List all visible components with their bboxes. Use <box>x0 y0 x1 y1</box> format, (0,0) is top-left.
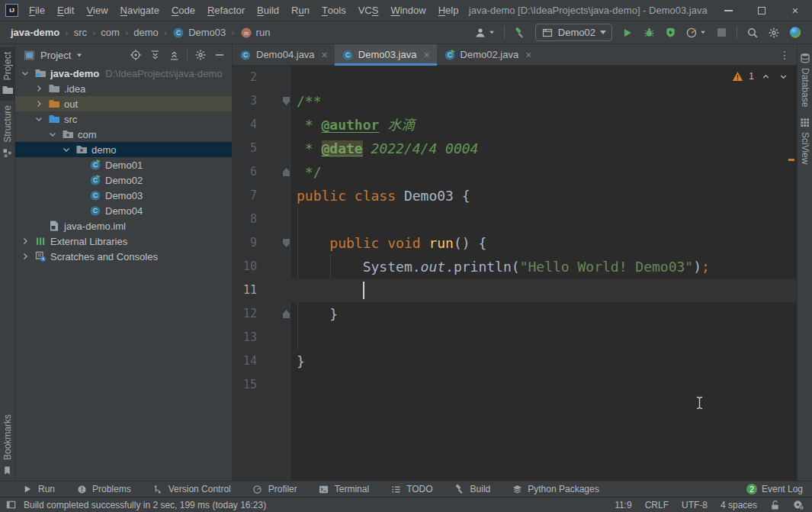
fold-marker-icon[interactable] <box>283 97 290 105</box>
toolwindow-button-todo[interactable]: TODO <box>390 483 432 495</box>
editor-tab-demo02-java[interactable]: CDemo02.java× <box>437 44 539 65</box>
menu-edit[interactable]: Edit <box>51 5 80 16</box>
tree-item-out[interactable]: out <box>15 96 232 111</box>
menu-code[interactable]: Code <box>165 5 201 16</box>
breadcrumb-item-src[interactable]: src <box>74 27 87 38</box>
menu-tools[interactable]: Tools <box>316 5 352 16</box>
tree-chevron-down-icon[interactable] <box>19 67 31 79</box>
tree-chevron-right-icon[interactable] <box>19 250 31 262</box>
user-menu-button[interactable] <box>474 27 495 39</box>
toolwindow-button-profiler[interactable]: Profiler <box>252 483 297 495</box>
run-configuration-select[interactable]: Demo02 <box>535 24 612 41</box>
tree-chevron-right-icon[interactable] <box>19 235 31 247</box>
tool-stripe-button-sciview[interactable]: SciView <box>798 111 812 169</box>
breadcrumb-item-run[interactable]: mrun <box>240 27 271 39</box>
tab-close-icon[interactable]: × <box>322 50 328 60</box>
fold-marker-icon[interactable] <box>283 310 290 318</box>
tree-chevron-right-icon[interactable] <box>33 98 45 110</box>
close-button[interactable]: × <box>778 0 812 21</box>
tool-stripe-button-database[interactable]: Database <box>798 47 812 111</box>
tool-stripe-button-structure[interactable]: Structure <box>0 101 14 163</box>
toolwindow-button-terminal[interactable]: Terminal <box>318 483 369 495</box>
coverage-button[interactable] <box>664 27 676 39</box>
minimize-button[interactable] <box>711 0 745 21</box>
caret-position[interactable]: 11:9 <box>615 500 631 510</box>
profiler-button[interactable] <box>685 27 706 39</box>
tree-item-demo02[interactable]: CDemo02 <box>15 172 232 188</box>
tree-item-demo01[interactable]: CDemo01 <box>15 157 232 172</box>
tool-stripe-button-project[interactable]: Project <box>0 47 14 101</box>
breadcrumb-item-java-demo[interactable]: java-demo <box>11 27 59 38</box>
inspections-widget[interactable]: 1 <box>732 70 789 82</box>
toolwindow-button-version-control[interactable]: Version Control <box>152 483 231 495</box>
warning-stripe-mark[interactable] <box>788 159 794 161</box>
toolwindow-toggle-icon[interactable] <box>6 500 16 510</box>
tree-chevron-down-icon[interactable] <box>60 143 72 156</box>
project-view-select[interactable]: Project <box>23 49 82 61</box>
tab-close-icon[interactable]: × <box>423 50 429 60</box>
code-line-10[interactable]: 10 System.out.println("Hello World! Demo… <box>233 255 797 279</box>
code-editor[interactable]: 23/**4 * @author 水滴5 * @date 2022/4/4 00… <box>233 66 797 481</box>
tool-stripe-button-bookmarks[interactable]: Bookmarks <box>0 410 14 481</box>
stop-button[interactable] <box>715 27 727 39</box>
code-line-3[interactable]: 3/** <box>233 89 797 113</box>
menu-help[interactable]: Help <box>432 5 465 16</box>
panel-settings-gear-button[interactable] <box>194 49 207 61</box>
toolwindow-button-run[interactable]: Run <box>21 483 55 495</box>
tree-chevron-right-icon[interactable] <box>33 82 45 95</box>
menu-build[interactable]: Build <box>251 5 285 16</box>
menu-vcs[interactable]: VCS <box>352 5 385 16</box>
colorful-sphere-icon[interactable] <box>789 27 801 39</box>
tree-item-com[interactable]: com <box>15 127 232 142</box>
toolwindow-button-python-packages[interactable]: Python Packages <box>511 483 599 495</box>
menu-window[interactable]: Window <box>384 5 432 16</box>
menu-navigate[interactable]: Navigate <box>114 5 165 16</box>
tree-item-java-demo[interactable]: java-demoD:\IdeaProjects\java-demo <box>15 66 232 81</box>
collapse-all-button[interactable] <box>168 49 180 61</box>
code-line-14[interactable]: 14} <box>233 349 797 373</box>
next-warning-chevron-down-icon[interactable] <box>777 70 789 82</box>
toolwindow-button-problems[interactable]: Problems <box>75 483 131 495</box>
tab-options-kebab-icon[interactable]: ⋮ <box>773 49 797 61</box>
settings-gear-button[interactable] <box>768 27 780 39</box>
tree-item-src[interactable]: src <box>15 111 232 127</box>
code-line-7[interactable]: 7public class Demo03 { <box>233 184 797 208</box>
line-separator[interactable]: CRLF <box>645 500 669 510</box>
hide-panel-button[interactable] <box>213 49 226 61</box>
menu-view[interactable]: View <box>80 5 114 16</box>
tree-item-external-libraries[interactable]: External Libraries <box>15 233 232 249</box>
prev-warning-chevron-up-icon[interactable] <box>759 70 772 82</box>
code-line-9[interactable]: 9 public void run() { <box>233 231 797 255</box>
toolwindow-button-build[interactable]: Build <box>454 483 491 495</box>
breadcrumb-item-com[interactable]: com <box>101 27 120 38</box>
tree-item-demo03[interactable]: CDemo03 <box>15 188 232 203</box>
editor-tab-demo03-java[interactable]: CDemo03.java× <box>335 44 437 65</box>
editor-tab-demo04-java[interactable]: CDemo04.java× <box>233 44 335 65</box>
tree-item-java-demo-iml[interactable]: java-demo.iml <box>15 218 232 233</box>
lock-icon[interactable] <box>770 500 780 510</box>
tree-item-demo04[interactable]: CDemo04 <box>15 203 232 218</box>
code-line-11[interactable]: 11 <box>233 279 797 302</box>
menu-refactor[interactable]: Refactor <box>201 5 251 16</box>
code-line-12[interactable]: 12 } <box>233 302 797 326</box>
tree-chevron-down-icon[interactable] <box>33 113 45 125</box>
tree-chevron-down-icon[interactable] <box>47 128 59 140</box>
search-everywhere-button[interactable] <box>746 27 759 39</box>
menu-run[interactable]: Run <box>285 5 316 16</box>
code-line-2[interactable]: 2 <box>233 66 797 89</box>
file-encoding[interactable]: UTF-8 <box>682 500 708 510</box>
code-line-4[interactable]: 4 * @author 水滴 <box>233 113 797 137</box>
menu-file[interactable]: File <box>23 5 51 16</box>
tab-close-icon[interactable]: × <box>525 50 531 60</box>
locate-file-button[interactable] <box>130 49 142 61</box>
build-hammer-button[interactable] <box>514 27 526 39</box>
code-line-13[interactable]: 13 <box>233 326 797 349</box>
code-line-6[interactable]: 6 */ <box>233 160 797 184</box>
code-line-8[interactable]: 8 <box>233 208 797 231</box>
tree-item--idea[interactable]: .idea <box>15 81 232 96</box>
tree-item-demo[interactable]: demo <box>15 142 232 157</box>
notifications-gear-icon[interactable] <box>793 500 804 510</box>
run-button[interactable] <box>621 27 634 39</box>
fold-marker-icon[interactable] <box>283 239 290 247</box>
code-line-5[interactable]: 5 * @date 2022/4/4 0004 <box>233 137 797 160</box>
